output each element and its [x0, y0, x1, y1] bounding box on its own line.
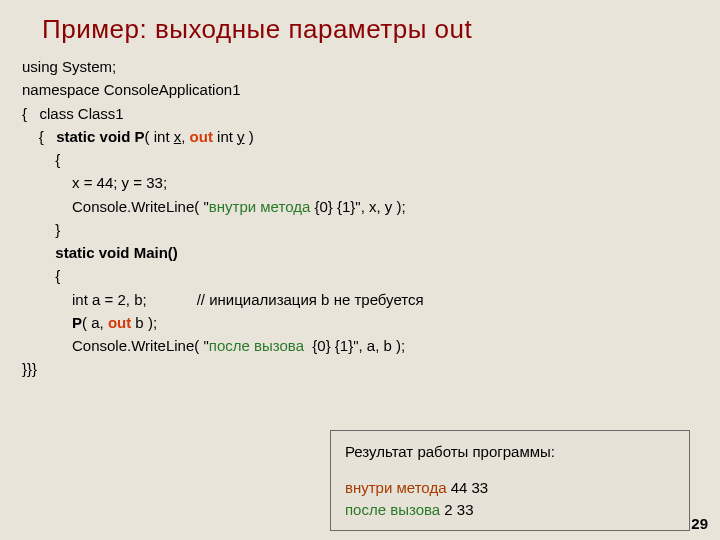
method-sig: static void P — [56, 128, 144, 145]
result-line: внутри метода 44 33 — [345, 477, 675, 499]
code-line: } — [22, 218, 720, 241]
slide-title: Пример: выходные параметры out — [0, 0, 720, 53]
result-box: Результат работы программы: внутри метод… — [330, 430, 690, 531]
main-method: static void Main() — [55, 244, 178, 261]
result-heading: Результат работы программы: — [345, 441, 675, 463]
code-line: { — [22, 264, 720, 287]
code-line: int a = 2, b; // инициализация b не треб… — [22, 288, 720, 311]
string-literal: внутри метода — [209, 198, 310, 215]
code-line: Console.WriteLine( "внутри метода {0} {1… — [22, 195, 720, 218]
call-p: P — [72, 314, 82, 331]
code-line: { static void P( int x, out int y ) — [22, 125, 720, 148]
out-keyword: out — [108, 314, 131, 331]
code-line: }}} — [22, 357, 720, 380]
result-line: после вызова 2 33 — [345, 499, 675, 521]
out-keyword: out — [190, 128, 213, 145]
code-line: static void Main() — [22, 241, 720, 264]
code-example: using System; namespace ConsoleApplicati… — [0, 53, 720, 381]
param-y: y — [237, 128, 245, 145]
code-line: x = 44; y = 33; — [22, 171, 720, 194]
code-line: { class Class1 — [22, 102, 720, 125]
code-line: Console.WriteLine( "после вызова {0} {1}… — [22, 334, 720, 357]
code-line: P( a, out b ); — [22, 311, 720, 334]
code-line: using System; — [22, 55, 720, 78]
code-line: namespace ConsoleApplication1 — [22, 78, 720, 101]
page-number: 29 — [691, 515, 708, 532]
string-literal: после вызова — [209, 337, 304, 354]
code-line: { — [22, 148, 720, 171]
